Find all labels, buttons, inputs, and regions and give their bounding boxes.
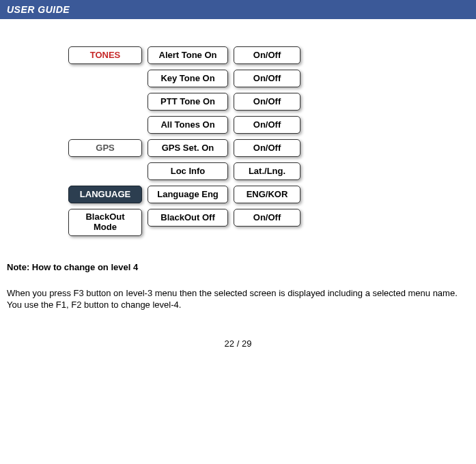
menu-row-language: LANGUAGE Language Eng ENG/KOR	[68, 186, 476, 203]
value-gps-set: On/Off	[234, 139, 300, 157]
value-loc-info: Lat./Lng.	[234, 162, 300, 180]
setting-key-tone: Key Tone On	[148, 70, 228, 87]
category-label: LANGUAGE	[80, 190, 130, 200]
value-label: On/Off	[253, 213, 281, 223]
value-ptt-tone: On/Off	[234, 93, 300, 111]
setting-label: All Tones On	[160, 120, 214, 130]
menu-row-blackout: BlackOut Mode BlackOut Off On/Off	[68, 209, 476, 236]
menu-row-gps-set: GPS GPS Set. On On/Off	[68, 139, 476, 157]
category-label: TONES	[90, 50, 121, 61]
setting-label: Language Eng	[157, 190, 219, 200]
setting-all-tones: All Tones On	[148, 116, 228, 134]
category-label: BlackOut Mode	[73, 212, 137, 233]
value-label: On/Off	[253, 50, 281, 61]
menu-row-loc-info: Loc Info Lat./Lng.	[68, 162, 476, 180]
setting-gps-set: GPS Set. On	[148, 139, 228, 157]
setting-label: BlackOut Off	[160, 213, 214, 223]
setting-language: Language Eng	[148, 186, 228, 203]
note-heading: Note: How to change on level 4	[7, 262, 469, 272]
value-language: ENG/KOR	[234, 186, 300, 203]
header-title: USER GUIDE	[7, 4, 70, 15]
value-label: On/Off	[253, 143, 281, 154]
category-label: GPS	[96, 143, 114, 154]
value-label: Lat./Lng.	[249, 166, 285, 177]
category-blackout: BlackOut Mode	[68, 209, 142, 236]
setting-label: GPS Set. On	[162, 143, 214, 154]
value-all-tones: On/Off	[234, 116, 300, 134]
setting-label: Key Tone On	[160, 74, 214, 84]
header-bar: USER GUIDE	[0, 0, 476, 19]
setting-blackout: BlackOut Off	[148, 209, 228, 227]
setting-alert-tone: Alert Tone On	[148, 46, 228, 64]
menu-diagram: TONES Alert Tone On On/Off Key Tone On O…	[0, 19, 476, 262]
value-label: On/Off	[253, 120, 281, 130]
page-number: 22 / 29	[0, 338, 476, 356]
setting-label: Alert Tone On	[159, 50, 217, 61]
value-label: On/Off	[253, 74, 281, 84]
category-language: LANGUAGE	[68, 186, 142, 203]
menu-row-alert-tone: TONES Alert Tone On On/Off	[68, 46, 476, 64]
menu-row-ptt-tone: PTT Tone On On/Off	[68, 93, 476, 111]
setting-label: PTT Tone On	[160, 97, 215, 107]
menu-row-all-tones: All Tones On On/Off	[68, 116, 476, 134]
category-gps: GPS	[68, 139, 142, 157]
value-label: On/Off	[253, 97, 281, 107]
menu-row-key-tone: Key Tone On On/Off	[68, 70, 476, 87]
category-tones: TONES	[68, 46, 142, 64]
note-body: When you press F3 button on Ievel-3 menu…	[7, 287, 469, 311]
value-label: ENG/KOR	[247, 190, 288, 200]
setting-loc-info: Loc Info	[148, 162, 228, 180]
value-blackout: On/Off	[234, 209, 300, 227]
value-key-tone: On/Off	[234, 70, 300, 87]
setting-ptt-tone: PTT Tone On	[148, 93, 228, 111]
value-alert-tone: On/Off	[234, 46, 300, 64]
setting-label: Loc Info	[171, 166, 206, 177]
note-section: Note: How to change on level 4 When you …	[0, 262, 476, 311]
